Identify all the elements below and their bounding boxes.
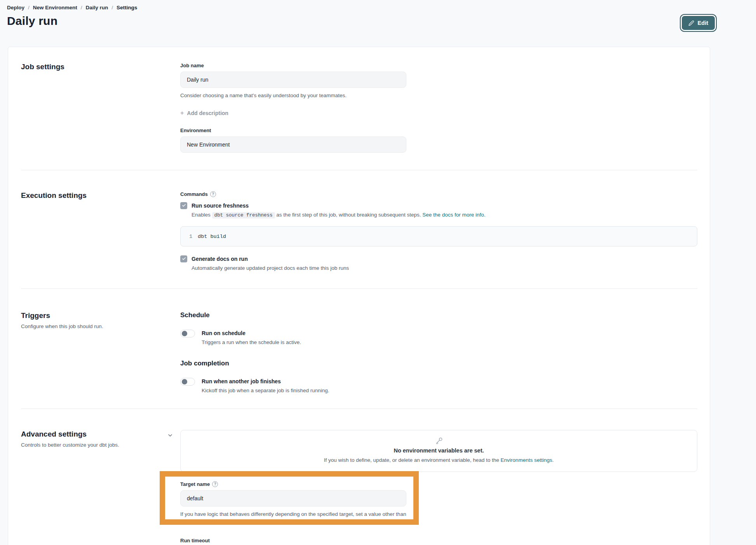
section-execution-settings: Execution settings Commands ? Run source… — [21, 170, 697, 289]
page-header: Daily run Edit — [0, 10, 756, 30]
job-name-label: Job name — [180, 63, 697, 68]
run-source-freshness-row: Run source freshness Enables dbt source … — [180, 202, 697, 219]
triggers-heading: Triggers — [21, 311, 180, 320]
job-name-input[interactable]: Daily run — [180, 72, 406, 88]
docs-link[interactable]: See the docs for more info. — [422, 212, 485, 218]
job-name-help: Consider choosing a name that's easily u… — [180, 92, 406, 100]
breadcrumb-separator: / — [28, 5, 30, 10]
environment-input[interactable]: New Environment — [180, 136, 406, 153]
run-on-schedule-desc: Triggers a run when the schedule is acti… — [202, 339, 301, 346]
environment-label: Environment — [180, 128, 697, 133]
run-when-job-finishes-desc: Kickoff this job when a separate job is … — [202, 387, 329, 395]
target-name-help-icon[interactable]: ? — [212, 481, 218, 487]
environment-variables-box: No environment variables are set. If you… — [180, 430, 697, 472]
run-on-schedule-label: Run on schedule — [202, 329, 301, 337]
run-source-freshness-checkbox[interactable] — [180, 202, 187, 209]
check-icon — [182, 202, 186, 209]
breadcrumb-separator: / — [81, 5, 82, 10]
job-settings-heading: Job settings — [21, 63, 180, 71]
generate-docs-row: Generate docs on run Automatically gener… — [180, 255, 697, 272]
breadcrumb: Deploy / New Environment / Daily run / S… — [0, 0, 756, 10]
execution-settings-heading: Execution settings — [21, 191, 180, 200]
triggers-subtitle: Configure when this job should run. — [21, 323, 180, 329]
run-source-freshness-label: Run source freshness — [192, 202, 485, 210]
add-description-button[interactable]: + Add description — [180, 110, 228, 117]
target-name-input[interactable]: default — [180, 490, 406, 507]
add-description-label: Add description — [187, 110, 228, 116]
run-on-schedule-row: Run on schedule Triggers a run when the … — [180, 329, 697, 346]
breadcrumb-deploy[interactable]: Deploy — [7, 5, 24, 10]
settings-card: Job settings Job name Daily run Consider… — [8, 47, 710, 545]
toggle-knob — [182, 379, 187, 384]
run-when-job-finishes-label: Run when another job finishes — [202, 377, 329, 385]
pencil-icon — [688, 20, 694, 26]
run-source-freshness-desc: Enables dbt source freshness as the firs… — [192, 211, 485, 219]
envvar-empty-title: No environment variables are set. — [188, 447, 689, 454]
breadcrumb-separator: / — [111, 5, 113, 10]
run-timeout-label: Run timeout — [180, 538, 697, 543]
toggle-knob — [182, 331, 187, 336]
page-title: Daily run — [7, 14, 57, 28]
generate-docs-desc: Automatically generate updated project d… — [192, 264, 349, 272]
key-icon — [188, 437, 689, 445]
target-name-label: Target name — [180, 481, 210, 487]
generate-docs-checkbox[interactable] — [180, 255, 187, 262]
section-job-settings: Job settings Job name Daily run Consider… — [21, 47, 697, 170]
target-name-group: Target name ? default If you have logic … — [180, 481, 697, 526]
generate-docs-label: Generate docs on run — [192, 255, 349, 263]
run-when-job-finishes-toggle[interactable] — [180, 378, 195, 386]
run-timeout-group: Run timeout Never Maximum number of seco… — [180, 538, 697, 545]
breadcrumb-settings: Settings — [117, 5, 137, 10]
breadcrumb-environment[interactable]: New Environment — [33, 5, 77, 10]
schedule-heading: Schedule — [180, 311, 697, 319]
commands-code-editor[interactable]: 1 dbt build — [180, 226, 697, 246]
job-completion-heading: Job completion — [180, 360, 697, 367]
section-triggers: Triggers Configure when this job should … — [21, 289, 697, 409]
edit-button-label: Edit — [698, 20, 708, 26]
advanced-settings-subtitle: Controls to better customize your dbt jo… — [21, 442, 180, 448]
advanced-settings-heading: Advanced settings — [21, 430, 180, 438]
run-on-schedule-toggle[interactable] — [180, 330, 195, 337]
environments-settings-link[interactable]: Environments settings — [501, 457, 552, 463]
code-line-text: dbt build — [198, 234, 226, 239]
edit-button[interactable]: Edit — [682, 16, 715, 30]
commands-help-icon[interactable]: ? — [210, 191, 216, 197]
envvar-empty-desc: If you wish to define, update, or delete… — [188, 456, 689, 464]
section-advanced-settings: Advanced settings Controls to better cus… — [21, 409, 697, 545]
plus-icon: + — [180, 110, 184, 117]
breadcrumb-job[interactable]: Daily run — [86, 5, 108, 10]
target-name-help: If you have logic that behaves different… — [180, 510, 406, 526]
code-line-number: 1 — [181, 234, 198, 239]
commands-label: Commands — [180, 191, 208, 197]
code-chip: dbt source freshness — [212, 212, 275, 218]
run-when-job-finishes-row: Run when another job finishes Kickoff th… — [180, 377, 697, 395]
check-icon — [182, 255, 186, 262]
chevron-down-icon[interactable] — [167, 432, 173, 440]
